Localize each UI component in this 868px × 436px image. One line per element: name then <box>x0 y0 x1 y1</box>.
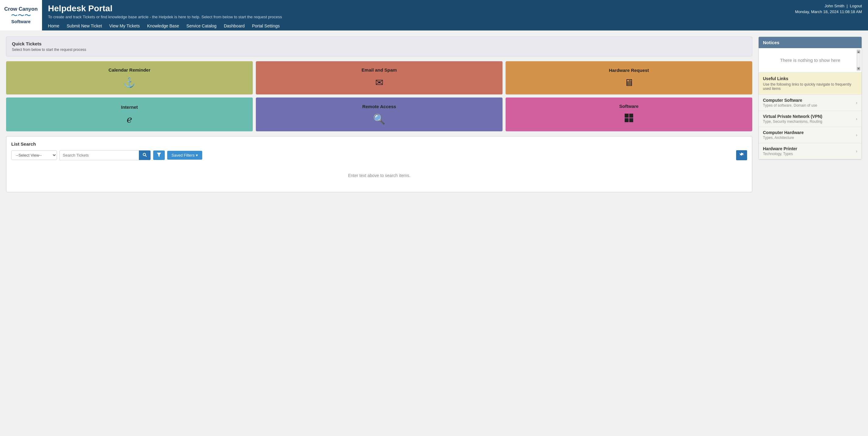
ticket-card-label: Remote Access <box>362 104 396 109</box>
mail-icon: ✉ <box>375 77 383 88</box>
link-subtitle: Types, Architecture <box>763 136 804 140</box>
logo: Crow Canyon 〜〜〜 Software <box>0 0 42 30</box>
ticket-grid: Calendar Reminder ⚓ Email and Spam ✉ Har… <box>6 61 752 131</box>
filter-button[interactable] <box>153 150 165 160</box>
link-subtitle: Types of software, Domain of use <box>763 103 817 108</box>
svg-rect-0 <box>625 114 629 118</box>
saved-filters-button[interactable]: Saved Filters ▾ <box>167 151 202 159</box>
nav-dashboard[interactable]: Dashboard <box>224 24 245 28</box>
notices-box: Notices There is nothing to show here ▲ … <box>758 36 862 159</box>
quick-tickets-title: Quick Tickets <box>12 41 746 46</box>
chevron-right-icon: › <box>856 133 857 138</box>
notices-empty-message: There is nothing to show here <box>780 58 840 63</box>
list-search-section: List Search --Select View-- <box>6 136 752 192</box>
ticket-card-remote-access[interactable]: Remote Access 🔍 <box>256 97 502 131</box>
monitor-icon: 🖥 <box>624 77 634 88</box>
nav-view-my-tickets[interactable]: View My Tickets <box>109 24 140 28</box>
link-subtitle: Type, Security mechanisms, Routing <box>763 119 822 124</box>
user-name: John Smith <box>825 4 844 8</box>
ie-icon: ℯ <box>127 114 132 125</box>
useful-link-hardware-printer[interactable]: Hardware Printer Technology, Types › <box>759 143 862 159</box>
chevron-right-icon: › <box>856 100 857 105</box>
nav-submit-new-ticket[interactable]: Submit New Ticket <box>67 24 102 28</box>
ticket-card-label: Email and Spam <box>362 67 397 72</box>
scroll-up-button[interactable]: ▲ <box>857 50 860 53</box>
remote-search-icon: 🔍 <box>373 113 385 125</box>
chevron-right-icon: › <box>856 149 857 153</box>
chevron-right-icon: › <box>856 116 857 121</box>
user-info: John Smith | Logout Monday, March 18, 20… <box>789 0 868 30</box>
nav-portal-settings[interactable]: Portal Settings <box>252 24 280 28</box>
svg-rect-2 <box>625 118 629 122</box>
right-panel: Notices There is nothing to show here ▲ … <box>758 36 862 159</box>
notices-scrollbar: ▲ ▼ <box>857 49 860 71</box>
notices-body: There is nothing to show here ▲ ▼ <box>759 48 862 72</box>
windows-icon <box>624 113 634 125</box>
link-subtitle: Technology, Types <box>763 152 797 156</box>
search-controls: --Select View-- <box>11 150 747 160</box>
list-search-title: List Search <box>11 141 747 147</box>
ticket-card-email-and-spam[interactable]: Email and Spam ✉ <box>256 61 502 94</box>
datetime: Monday, March 18, 2024 11:08:18 AM <box>795 9 862 14</box>
useful-link-computer-hardware[interactable]: Computer Hardware Types, Architecture › <box>759 127 862 143</box>
useful-link-vpn[interactable]: Virtual Private Network (VPN) Type, Secu… <box>759 111 862 127</box>
link-title: Virtual Private Network (VPN) <box>763 114 822 119</box>
ticket-card-label: Calendar Reminder <box>108 67 151 72</box>
ticket-card-label: Internet <box>121 105 138 110</box>
search-input-wrap <box>59 150 151 160</box>
logout-link[interactable]: Logout <box>850 4 862 8</box>
useful-links-title: Useful Links <box>763 76 857 81</box>
nav-knowledge-base[interactable]: Knowledge Base <box>147 24 179 28</box>
svg-rect-3 <box>629 118 633 122</box>
settings-gear-button[interactable] <box>736 150 747 160</box>
scroll-down-button[interactable]: ▼ <box>857 67 860 70</box>
ticket-card-label: Software <box>619 104 638 109</box>
ticket-card-internet[interactable]: Internet ℯ <box>6 97 253 131</box>
useful-link-computer-software[interactable]: Computer Software Types of software, Dom… <box>759 95 862 111</box>
main-nav: Home Submit New Ticket View My Tickets K… <box>48 24 783 28</box>
ticket-card-software[interactable]: Software <box>505 97 752 131</box>
link-title: Computer Software <box>763 98 817 103</box>
main-content: Quick Tickets Select from below to start… <box>0 30 868 198</box>
select-view-dropdown[interactable]: --Select View-- <box>11 150 57 160</box>
dropdown-arrow-icon: ▾ <box>196 153 198 157</box>
search-empty-message: Enter text above to search items. <box>11 164 747 187</box>
search-tickets-input[interactable] <box>60 151 139 159</box>
ticket-card-calendar-reminder[interactable]: Calendar Reminder ⚓ <box>6 61 253 94</box>
svg-marker-6 <box>157 153 161 157</box>
anchor-icon: ⚓ <box>123 77 135 88</box>
left-panel: Quick Tickets Select from below to start… <box>6 36 752 192</box>
search-button[interactable] <box>139 150 151 160</box>
svg-line-5 <box>145 155 147 156</box>
ticket-card-label: Hardware Request <box>609 68 649 73</box>
header: Crow Canyon 〜〜〜 Software Helpdesk Portal… <box>0 0 868 30</box>
link-title: Hardware Printer <box>763 146 797 151</box>
nav-home[interactable]: Home <box>48 24 59 28</box>
quick-tickets-header: Quick Tickets Select from below to start… <box>6 36 752 56</box>
ticket-card-hardware-request[interactable]: Hardware Request 🖥 <box>505 61 752 94</box>
notices-header: Notices <box>759 37 862 48</box>
svg-rect-1 <box>629 114 633 118</box>
header-subtitle: To create and track Tickets or find know… <box>48 14 783 19</box>
header-main: Helpdesk Portal To create and track Tick… <box>42 0 789 30</box>
useful-links-box: Useful Links Use the following links to … <box>759 72 862 95</box>
quick-tickets-subtitle: Select from below to start the request p… <box>12 48 746 52</box>
link-title: Computer Hardware <box>763 130 804 135</box>
nav-service-catalog[interactable]: Service Catalog <box>186 24 217 28</box>
svg-point-4 <box>143 153 146 156</box>
page-title: Helpdesk Portal <box>48 4 783 13</box>
useful-links-subtitle: Use the following links to quickly navig… <box>763 82 857 91</box>
